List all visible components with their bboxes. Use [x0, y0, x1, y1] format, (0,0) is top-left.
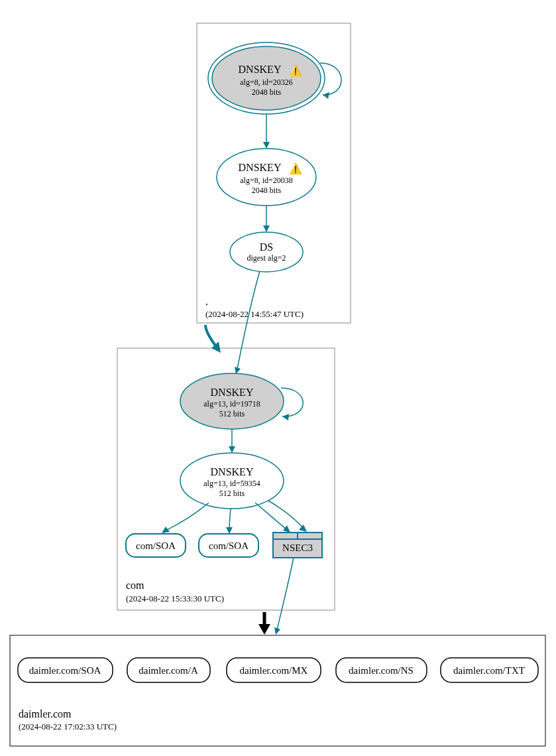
warning-icon: ⚠️	[289, 162, 302, 175]
node-com-soa1: com/SOA	[126, 534, 186, 557]
edge-com-zsk-soa1	[166, 503, 209, 531]
com-zsk-title: DNSKEY	[211, 466, 254, 477]
node-com-ksk: DNSKEY alg=13, id=19718 512 bits	[180, 373, 284, 429]
com-ksk-title: DNSKEY	[211, 387, 254, 398]
root-zsk-alg: alg=8, id=20038	[240, 176, 293, 185]
root-ds-title: DS	[260, 241, 273, 253]
svg-text:com/SOA: com/SOA	[136, 540, 176, 551]
svg-marker-24	[299, 525, 307, 532]
com-zsk-alg: alg=13, id=59354	[203, 479, 260, 488]
root-zsk-title: DNSKEY	[239, 162, 282, 173]
edge-root-ksk-self	[320, 63, 341, 95]
node-root-ksk: DNSKEY ⚠️ alg=8, id=20326 2048 bits	[208, 42, 325, 114]
root-ds-alg: digest alg=2	[247, 253, 286, 263]
warning-icon: ⚠️	[289, 64, 302, 77]
svg-marker-6	[263, 225, 270, 232]
edge-com-zsk-nsec3a	[255, 503, 286, 529]
svg-marker-2	[323, 92, 329, 99]
svg-text:daimler.com/NS: daimler.com/NS	[349, 665, 414, 676]
zone-com-label: com	[126, 580, 144, 591]
svg-marker-4	[263, 142, 270, 149]
com-zsk-bits: 512 bits	[219, 489, 245, 498]
svg-marker-10	[282, 414, 289, 420]
node-root-ds: DS digest alg=2	[230, 232, 303, 272]
svg-text:com/SOA: com/SOA	[209, 540, 249, 551]
edge-com-zsk-nsec3b	[268, 501, 304, 529]
node-com-zsk: DNSKEY alg=13, id=59354 512 bits	[180, 453, 284, 509]
edge-nsec3-daimler	[277, 558, 294, 630]
svg-marker-12	[229, 446, 235, 453]
node-com-soa2: com/SOA	[199, 534, 258, 557]
svg-marker-21	[162, 527, 170, 533]
node-nsec3: NSEC3	[273, 533, 322, 558]
svg-text:daimler.com/TXT: daimler.com/TXT	[453, 665, 525, 676]
zone-root-time: (2024-08-22 14:55:47 UTC)	[205, 309, 304, 319]
zone-daimler-time: (2024-08-22 17:02:33 UTC)	[19, 722, 117, 731]
node-daimler-txt: daimler.com/TXT	[441, 658, 538, 682]
svg-text:NSEC3: NSEC3	[282, 542, 313, 553]
svg-marker-25	[274, 627, 280, 635]
svg-text:daimler.com/SOA: daimler.com/SOA	[29, 665, 101, 676]
svg-text:daimler.com/A: daimler.com/A	[139, 665, 198, 676]
svg-marker-26	[258, 624, 270, 635]
svg-marker-22	[226, 527, 233, 534]
node-daimler-ns: daimler.com/NS	[336, 658, 427, 682]
com-ksk-alg: alg=13, id=19718	[203, 399, 260, 409]
zone-daimler-label: daimler.com	[19, 708, 72, 720]
node-daimler-mx: daimler.com/MX	[227, 658, 321, 682]
root-zsk-bits: 2048 bits	[252, 186, 282, 195]
zone-root-label: .	[205, 296, 208, 307]
node-root-zsk: DNSKEY ⚠️ alg=8, id=20038 2048 bits	[217, 149, 316, 206]
edge-com-zsk-soa2	[229, 509, 231, 529]
root-ksk-bits: 2048 bits	[252, 88, 282, 97]
svg-marker-23	[283, 525, 290, 533]
root-ksk-title: DNSKEY	[239, 64, 282, 75]
zone-com-time: (2024-08-22 15:33:30 UTC)	[126, 594, 224, 603]
node-daimler-soa: daimler.com/SOA	[18, 658, 113, 682]
edge-ds-com-ksk	[237, 271, 260, 369]
dnssec-diagram: . (2024-08-22 14:55:47 UTC) com (2024-08…	[0, 0, 556, 756]
com-ksk-bits: 512 bits	[219, 409, 245, 418]
edge-com-ksk-self	[281, 388, 303, 416]
svg-text:daimler.com/MX: daimler.com/MX	[240, 665, 308, 676]
root-ksk-alg: alg=8, id=20326	[240, 78, 293, 87]
node-daimler-a: daimler.com/A	[127, 658, 210, 682]
